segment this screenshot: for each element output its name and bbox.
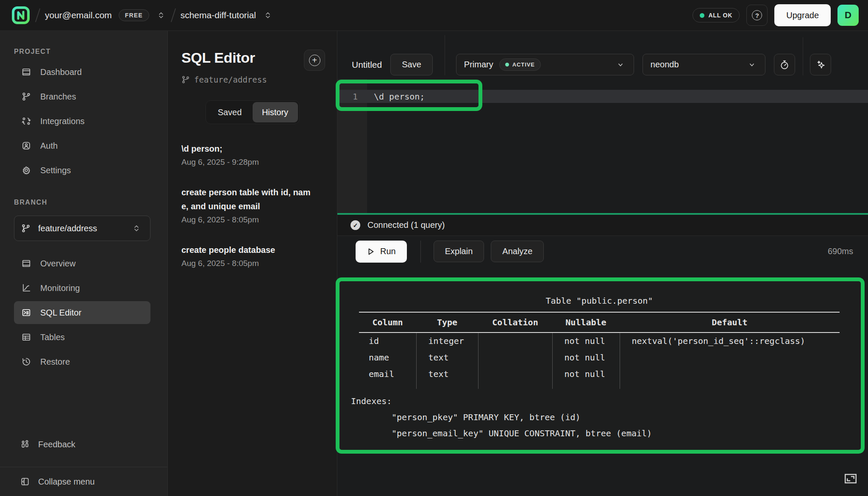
explain-button[interactable]: Explain — [434, 241, 484, 262]
branch-selector[interactable]: feature/address — [14, 216, 150, 241]
expand-results-button[interactable] — [841, 470, 860, 487]
query-actions-bar: Run Explain Analyze 690ms — [337, 236, 868, 267]
table-row: name text not null — [359, 349, 840, 366]
gear-icon — [20, 165, 32, 176]
code-line[interactable]: 1 \d person; — [337, 90, 868, 103]
project-switcher-chevrons-icon[interactable] — [263, 9, 273, 22]
account-email[interactable]: your@email.com — [45, 10, 112, 20]
sidebar-item-label: Restore — [40, 357, 70, 367]
collapse-menu-button[interactable]: Collapse menu — [0, 467, 167, 496]
connection-status-bar: ✓ Connected (1 query) — [337, 215, 868, 236]
project-name[interactable]: schema-diff-tutorial — [181, 10, 256, 20]
tables-icon — [20, 332, 32, 343]
cell: nextval('person_id_seq'::regclass) — [620, 333, 840, 349]
plan-badge: FREE — [119, 9, 149, 21]
sidebar-item-tables[interactable]: Tables — [14, 326, 150, 349]
overview-icon — [20, 258, 32, 269]
sidebar-item-monitoring[interactable]: Monitoring — [14, 277, 150, 299]
connection-status: Connected (1 query) — [367, 220, 445, 230]
column-header: Collation — [478, 312, 552, 333]
sidebar-item-dashboard[interactable]: Dashboard — [14, 61, 150, 83]
annotation-box-results: Table "public.person" Column Type Collat… — [336, 277, 865, 454]
sidebar-item-label: Integrations — [40, 116, 85, 126]
play-icon — [367, 247, 375, 256]
history-item-title: create person table with id, name, and u… — [181, 186, 313, 213]
cell: not null — [552, 333, 620, 349]
breadcrumb-slash — [35, 8, 40, 22]
analyze-button[interactable]: Analyze — [491, 241, 544, 262]
table-row: id integer not null nextval('person_id_s… — [359, 333, 840, 349]
neon-console: your@email.com FREE schema-diff-tutorial… — [0, 0, 868, 496]
code-editor[interactable]: 1 \d person; — [337, 79, 868, 213]
history-item-timestamp: Aug 6, 2025 - 8:05pm — [181, 259, 324, 268]
cell — [478, 349, 552, 366]
branch-selector-value: feature/address — [38, 224, 124, 233]
sidebar-item-overview[interactable]: Overview — [14, 252, 150, 275]
actions-divider — [420, 241, 421, 263]
tab-saved[interactable]: Saved — [207, 102, 253, 122]
sidebar-item-sql-editor[interactable]: SQL Editor — [14, 301, 150, 324]
neon-logo-icon[interactable] — [11, 6, 31, 25]
history-list: \d person; Aug 6, 2025 - 9:28pm create p… — [181, 142, 324, 268]
fullscreen-icon — [843, 472, 858, 485]
question-circle-icon: ? — [752, 10, 762, 20]
results-table: Column Type Collation Nullable Default i… — [359, 312, 840, 389]
results-title: Table "public.person" — [359, 296, 840, 306]
sidebar-item-restore[interactable]: Restore — [14, 350, 150, 373]
history-item[interactable]: \d person; Aug 6, 2025 - 9:28pm — [181, 142, 324, 167]
ai-assist-button[interactable] — [810, 54, 831, 75]
compute-selector[interactable]: Primary ACTIVE — [456, 54, 634, 75]
feedback-button[interactable]: Feedback — [0, 433, 167, 456]
sidebar-item-label: Settings — [40, 166, 71, 175]
results-table-header-row: Column Type Collation Nullable Default — [359, 312, 840, 333]
query-tab-title[interactable]: Untitled — [352, 54, 382, 75]
avatar[interactable]: D — [837, 5, 859, 26]
git-branch-icon — [21, 224, 31, 233]
run-button[interactable]: Run — [356, 241, 407, 263]
sidebar-item-label: SQL Editor — [40, 308, 81, 318]
sparkles-icon — [815, 60, 826, 70]
branch-tag: feature/address — [181, 75, 337, 84]
run-button-label: Run — [380, 247, 396, 256]
active-dot-icon — [505, 63, 509, 67]
toolbar-divider — [445, 35, 445, 75]
sidebar-item-branches[interactable]: Branches — [14, 85, 150, 108]
git-branch-icon — [20, 91, 32, 103]
line-number: 1 — [337, 91, 367, 102]
cell: text — [416, 349, 478, 366]
history-item-title: \d person; — [181, 142, 313, 156]
history-item-title: create people database — [181, 243, 313, 257]
sql-editor-icon — [20, 307, 32, 319]
help-button[interactable]: ? — [746, 5, 768, 26]
cell: text — [416, 366, 478, 382]
upgrade-button[interactable]: Upgrade — [774, 4, 831, 26]
history-item[interactable]: create person table with id, name, and u… — [181, 186, 324, 224]
status-badge[interactable]: ALL OK — [693, 8, 740, 22]
cell: not null — [552, 366, 620, 382]
account-switcher-chevrons-icon[interactable] — [156, 9, 166, 22]
saved-history-tabs: Saved History — [206, 100, 300, 124]
sidebar: PROJECT Dashboard Branches Integrations — [0, 31, 168, 496]
history-item[interactable]: create people database Aug 6, 2025 - 8:0… — [181, 243, 324, 268]
save-button[interactable]: Save — [390, 54, 433, 75]
column-header: Column — [359, 312, 416, 333]
cell — [620, 349, 840, 366]
top-header: your@email.com FREE schema-diff-tutorial… — [0, 0, 868, 31]
git-branch-icon — [181, 75, 190, 84]
sidebar-item-label: Auth — [40, 141, 58, 151]
new-query-button[interactable]: + — [304, 50, 325, 71]
compute-status-badge: ACTIVE — [499, 58, 541, 71]
chevron-down-icon — [746, 59, 757, 70]
tab-history[interactable]: History — [253, 102, 298, 122]
query-history-timer-button[interactable] — [774, 54, 795, 75]
column-header: Nullable — [552, 312, 620, 333]
cell: not null — [552, 349, 620, 366]
sidebar-item-settings[interactable]: Settings — [14, 159, 150, 182]
sidebar-item-auth[interactable]: Auth — [14, 134, 150, 157]
index-entry: "person_pkey" PRIMARY KEY, btree (id) — [351, 409, 861, 425]
history-item-timestamp: Aug 6, 2025 - 9:28pm — [181, 158, 324, 167]
sidebar-item-integrations[interactable]: Integrations — [14, 110, 150, 133]
sql-editor-panel: SQL Editor + feature/address Saved Histo… — [168, 31, 337, 496]
breadcrumb: your@email.com FREE schema-diff-tutorial — [11, 6, 693, 25]
database-selector[interactable]: neondb — [643, 54, 765, 75]
